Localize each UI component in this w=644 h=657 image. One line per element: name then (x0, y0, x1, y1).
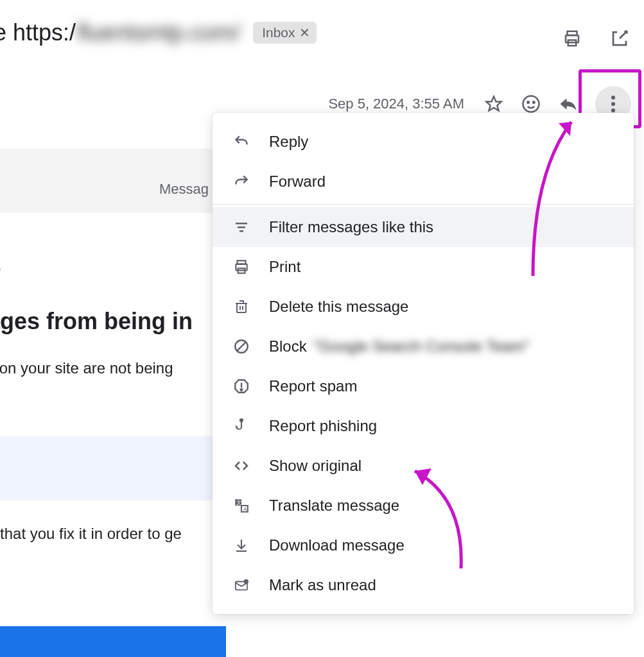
print-icon[interactable] (561, 27, 584, 50)
svg-marker-3 (486, 96, 501, 110)
block-icon (232, 337, 251, 356)
subject-text: te https:/fluentsmtp.com/ (0, 19, 240, 46)
svg-rect-10 (236, 223, 247, 225)
download-icon (232, 536, 251, 555)
chip-label: Inbox (262, 25, 295, 40)
svg-point-21 (241, 389, 243, 391)
reply-arrow-icon (232, 132, 251, 151)
menu-spam[interactable]: Report spam (213, 366, 634, 406)
mark-unread-icon (232, 576, 251, 595)
menu-spam-label: Report spam (269, 377, 357, 395)
bg-text-messag: Messag (159, 181, 209, 198)
menu-delete-label: Delete this message (269, 298, 408, 316)
annotation-arrow-to-show-original (403, 459, 480, 575)
menu-block-label: Block (269, 337, 307, 355)
phishing-hook-icon (232, 416, 251, 436)
svg-point-5 (527, 101, 529, 103)
svg-text:A: A (243, 506, 247, 512)
svg-point-27 (245, 580, 248, 584)
chip-close-icon[interactable]: ✕ (299, 25, 310, 40)
annotation-arrow-to-more (527, 109, 604, 282)
subject-row: te https:/fluentsmtp.com/ Inbox ✕ (0, 0, 644, 46)
open-new-window-icon[interactable] (608, 27, 631, 50)
menu-phishing-label: Report phishing (269, 417, 377, 435)
bg-panel (0, 436, 213, 500)
svg-rect-12 (239, 230, 243, 232)
svg-rect-11 (238, 226, 245, 228)
menu-phishing[interactable]: Report phishing (213, 406, 634, 446)
subject-blurred: fluentsmtp.com/ (77, 19, 240, 46)
menu-block[interactable]: Block "Google Search Console Team" (213, 327, 634, 366)
print-menu-icon (232, 257, 251, 277)
bg-text-site: s on your site are not being (0, 359, 173, 377)
timestamp: Sep 5, 2024, 3:55 AM (328, 96, 464, 112)
menu-translate-label: Translate message (269, 497, 399, 515)
menu-show-original-label: Show original (269, 457, 361, 475)
menu-forward-label: Forward (269, 173, 326, 191)
menu-mark-unread-label: Mark as unread (269, 576, 376, 594)
menu-block-sender: "Google Search Console Team" (313, 337, 530, 355)
svg-point-6 (533, 101, 535, 103)
svg-rect-16 (237, 303, 246, 312)
menu-reply-label: Reply (269, 133, 308, 151)
menu-download-label: Download message (269, 536, 405, 554)
bg-blue-button[interactable] (0, 626, 226, 657)
svg-point-22 (240, 419, 243, 422)
inbox-chip[interactable]: Inbox ✕ (253, 22, 316, 44)
top-actions (561, 27, 631, 50)
spam-icon (232, 377, 251, 396)
svg-text:文: 文 (236, 500, 241, 506)
filter-icon (232, 218, 251, 237)
bg-text-ages: ages from being in (0, 308, 193, 335)
code-icon (232, 456, 251, 475)
star-icon[interactable] (483, 94, 504, 114)
svg-marker-29 (415, 468, 431, 485)
menu-delete[interactable]: Delete this message (213, 287, 634, 327)
translate-icon: 文A (232, 496, 251, 515)
menu-filter-label: Filter messages like this (269, 218, 433, 236)
menu-print-label: Print (269, 258, 300, 276)
trash-icon (232, 297, 251, 316)
bg-text-fix: d that you fix it in order to ge (0, 525, 182, 543)
bg-text-e: e (0, 254, 1, 283)
svg-line-18 (236, 341, 246, 351)
forward-arrow-icon (232, 172, 251, 191)
